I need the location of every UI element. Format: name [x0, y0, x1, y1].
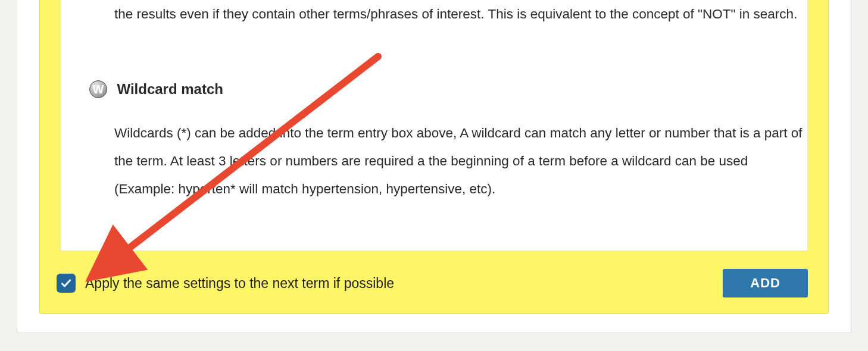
wildcard-title: Wildcard match	[117, 81, 223, 97]
checkmark-icon	[60, 277, 72, 289]
wildcard-heading-row: W Wildcard match	[89, 80, 786, 98]
wildcard-icon: W	[89, 80, 107, 98]
not-search-description-text: the results even if they contain other t…	[114, 7, 797, 21]
wildcard-description-text: Wildcards (*) can be added into the term…	[114, 126, 803, 196]
wildcard-description: Wildcards (*) can be added into the term…	[114, 119, 811, 203]
apply-settings-label: Apply the same settings to the next term…	[85, 275, 723, 292]
page: the results even if they contain other t…	[0, 0, 868, 351]
add-button[interactable]: ADD	[723, 269, 808, 297]
apply-settings-checkbox[interactable]	[57, 274, 76, 293]
footer-row: Apply the same settings to the next term…	[57, 269, 808, 297]
wildcard-icon-letter: W	[93, 83, 104, 95]
not-search-description: the results even if they contain other t…	[114, 0, 811, 28]
